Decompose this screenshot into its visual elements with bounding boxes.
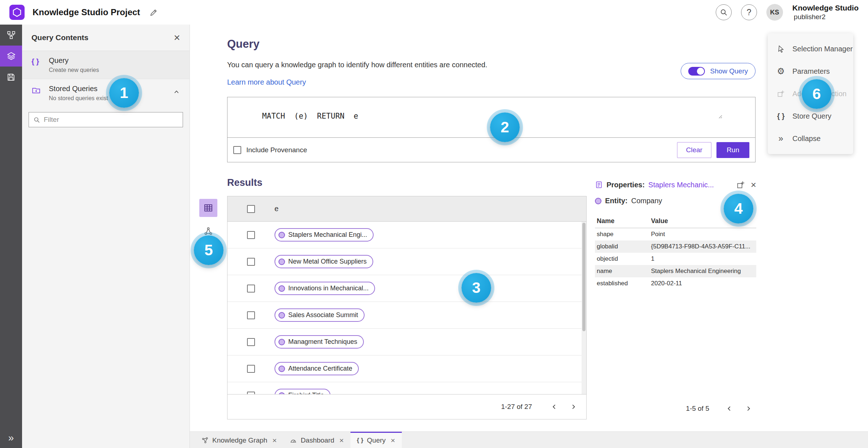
add-to-selection-button[interactable] <box>736 180 745 189</box>
row-checkbox[interactable] <box>247 392 255 394</box>
row-checkbox[interactable] <box>247 285 255 293</box>
help-button[interactable]: ? <box>741 4 757 20</box>
entity-dot-icon <box>278 312 285 319</box>
query-contents-panel: Query Contents × { } Query Create new qu… <box>22 25 190 448</box>
run-button[interactable]: Run <box>716 142 749 158</box>
property-row: objectid 1 <box>595 253 756 265</box>
results-heading: Results <box>227 177 263 188</box>
resize-handle[interactable] <box>717 96 754 136</box>
menu-item-store-query[interactable]: { } Store Query <box>768 105 853 127</box>
learn-more-link[interactable]: Learn more about Query <box>227 78 306 86</box>
item-label: Stored Queries <box>49 85 108 93</box>
table-row: New Metal Office Suppliers <box>227 248 586 275</box>
menu-item-collapse[interactable]: » Collapse <box>768 127 853 150</box>
row-checkbox[interactable] <box>247 311 255 319</box>
sidebar-item-query[interactable]: { } Query Create new queries <box>22 51 190 79</box>
clear-button[interactable]: Clear <box>677 142 711 158</box>
dashboard-icon <box>290 437 297 444</box>
avatar[interactable]: KS <box>766 4 783 21</box>
bottom-tab-bar: Knowledge Graph × Dashboard × { } Query … <box>190 431 868 448</box>
properties-pagination: 1-5 of 5 <box>686 402 755 415</box>
entity-chip[interactable]: Staplers Mechanical Engi... <box>275 228 374 242</box>
properties-table: Name Value shape Point globalid {5D9B471… <box>595 214 756 290</box>
prev-page-button[interactable] <box>548 400 561 413</box>
table-view-button[interactable] <box>199 199 217 217</box>
properties-close-button[interactable]: × <box>751 180 756 189</box>
row-checkbox[interactable] <box>247 365 255 373</box>
entity-type: Company <box>631 197 662 205</box>
rail-expand-button[interactable]: » <box>0 428 22 448</box>
property-row: established 2020-02-11 <box>595 277 756 290</box>
tab-query[interactable]: { } Query × <box>350 432 402 448</box>
row-checkbox[interactable] <box>247 231 255 239</box>
app-logo[interactable] <box>9 5 25 20</box>
include-provenance-checkbox[interactable] <box>233 146 241 154</box>
page-count: 1-27 of 27 <box>501 403 532 411</box>
select-all-checkbox[interactable] <box>247 205 255 213</box>
show-query-toggle[interactable]: Show Query <box>681 63 756 79</box>
topbar-actions: ? KS Knowledge Studio publisher2 <box>716 3 859 21</box>
entity-chip[interactable]: Attendance Certificate <box>275 362 359 375</box>
close-icon[interactable]: × <box>272 436 277 445</box>
item-sublabel: Create new queries <box>49 67 99 73</box>
search-button[interactable] <box>716 4 732 20</box>
edit-title-button[interactable] <box>149 8 158 17</box>
entity-dot-icon <box>278 232 285 238</box>
row-checkbox[interactable] <box>247 258 255 266</box>
next-page-button[interactable] <box>742 402 755 415</box>
braces-icon: { } <box>31 56 43 66</box>
table-row: Innovations in Mechanical... <box>227 275 586 302</box>
chevron-up-icon[interactable] <box>173 85 180 95</box>
filter-input[interactable] <box>44 116 178 124</box>
entity-chip[interactable]: New Metal Office Suppliers <box>275 255 373 268</box>
panel-title: Query Contents <box>31 33 174 42</box>
menu-item-parameters[interactable]: ⚙ Parameters <box>768 60 853 82</box>
chevron-left-icon <box>726 405 733 412</box>
entity-dot-icon <box>595 198 601 204</box>
tab-dashboard[interactable]: Dashboard × <box>283 432 350 448</box>
tab-knowledge-graph[interactable]: Knowledge Graph × <box>195 432 283 448</box>
search-icon <box>33 116 40 123</box>
properties-label: Properties: <box>607 181 645 189</box>
entity-dot-icon <box>278 285 285 292</box>
rail-save-button[interactable] <box>0 67 22 88</box>
toggle-switch-icon[interactable] <box>688 67 705 76</box>
sidebar-item-stored-queries[interactable]: Stored Queries No stored queries exist <box>22 79 190 107</box>
annotation-badge-1: 1 <box>109 78 139 108</box>
left-icon-rail: » <box>0 25 22 448</box>
item-label: Query <box>49 56 99 65</box>
next-page-button[interactable] <box>567 400 580 413</box>
close-icon[interactable]: × <box>339 436 344 445</box>
panel-close-button[interactable]: × <box>174 32 180 43</box>
table-body: Staplers Mechanical Engi... New Metal Of… <box>227 222 586 394</box>
pointer-icon <box>776 45 786 53</box>
row-checkbox[interactable] <box>247 338 255 346</box>
annotation-badge-3: 3 <box>461 273 491 303</box>
rail-data-model-button[interactable] <box>0 25 22 46</box>
property-row: name Staplers Mechanical Engineering <box>595 265 756 277</box>
close-icon[interactable]: × <box>391 436 395 445</box>
scrollbar-thumb[interactable] <box>582 223 586 331</box>
menu-item-selection-manager[interactable]: Selection Manager <box>768 38 853 60</box>
properties-doc-icon <box>595 181 603 189</box>
entity-chip[interactable]: Firebird Title <box>275 389 331 394</box>
rail-contents-button[interactable] <box>0 46 22 67</box>
query-heading: Query <box>227 38 260 51</box>
data-model-icon <box>7 30 16 40</box>
annotation-badge-2: 2 <box>490 112 520 142</box>
pencil-icon <box>149 8 158 17</box>
item-sublabel: No stored queries exist <box>49 95 108 102</box>
table-icon <box>203 203 213 213</box>
prev-page-button[interactable] <box>723 402 736 415</box>
folder-icon <box>31 85 43 95</box>
selected-entity-link[interactable]: Staplers Mechanic... <box>648 181 733 189</box>
entity-dot-icon <box>278 259 285 265</box>
editor-controls: Include Provenance Clear Run <box>227 138 755 162</box>
entity-label: Entity: <box>605 197 627 205</box>
entity-chip[interactable]: Managment Techniques <box>275 335 364 349</box>
entity-chip[interactable]: Sales Associate Summit <box>275 308 365 322</box>
close-icon: × <box>174 31 180 43</box>
chevron-right-icon <box>570 404 576 410</box>
add-to-selection-icon <box>776 90 786 98</box>
entity-chip[interactable]: Innovations in Mechanical... <box>275 282 375 295</box>
